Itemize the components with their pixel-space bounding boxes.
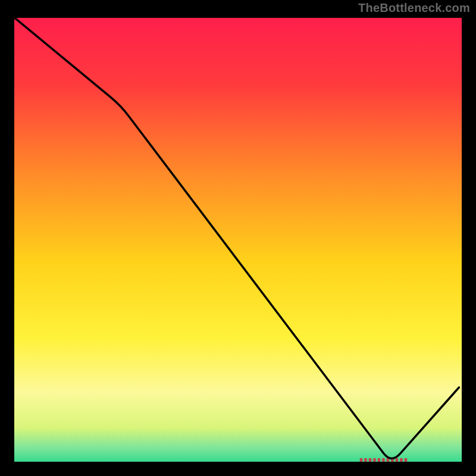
svg-rect-1 [360,458,363,462]
svg-rect-9 [396,458,399,462]
svg-rect-2 [364,458,367,462]
gradient-background [12,16,464,464]
svg-rect-10 [400,458,403,462]
bottleneck-chart [0,0,476,476]
watermark-text: TheBottleneck.com [358,1,470,15]
chart-stage: TheBottleneck.com [0,0,476,476]
svg-rect-6 [382,458,385,462]
optimal-zone-marker [360,458,408,462]
svg-rect-11 [405,458,408,462]
svg-rect-4 [373,458,376,462]
svg-rect-3 [369,458,372,462]
svg-rect-5 [378,458,381,462]
